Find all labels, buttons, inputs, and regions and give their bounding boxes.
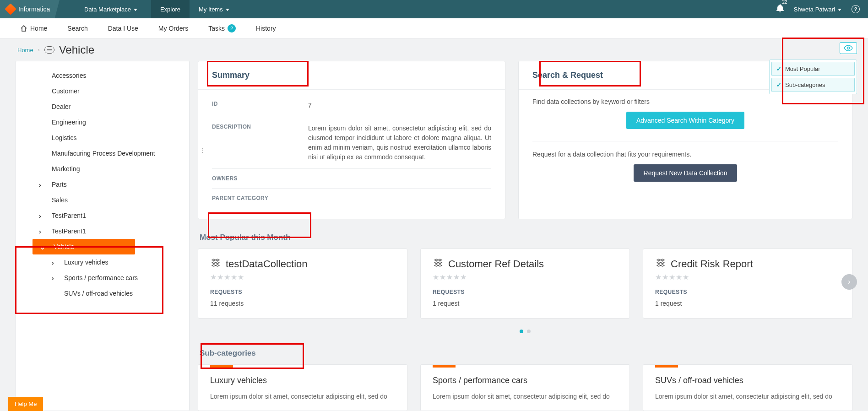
carousel-dots[interactable] (198, 327, 852, 335)
breadcrumb-home[interactable]: Home (17, 47, 33, 54)
breadcrumb: Home › Vehicle (0, 39, 868, 61)
toggle-sub-categories[interactable]: ✓Sub-categories (771, 78, 855, 92)
chevron-right-icon: › (39, 212, 41, 220)
find-text: Find data collections by keyword or filt… (532, 98, 838, 105)
rating-stars: ★★★★★ (210, 273, 395, 281)
sidebar-item-accessories[interactable]: Accessories (16, 68, 189, 83)
page-title: Vehicle (59, 43, 94, 56)
category-icon (44, 46, 54, 54)
subcategory-name: SUVs / off-road vehicles (655, 376, 840, 385)
sidebar-item-customer[interactable]: Customer (16, 83, 189, 99)
top-bar: Informatica Data Marketplace Explore My … (0, 0, 868, 18)
sidebar-item-sports[interactable]: ›Sports / performance cars (16, 270, 189, 286)
subcategory-desc: Lorem ipsum dolor sit amet, consectetur … (655, 392, 840, 401)
brand-name: Informatica (18, 5, 50, 13)
view-toggle-panel: ✓Most Popular ✓Sub-categories (769, 59, 857, 94)
chevron-right-icon: › (52, 275, 54, 282)
field-value-description: Lorem ipsum dolor sit amet, consectetur … (308, 124, 491, 162)
requests-value: 1 request (655, 300, 840, 307)
subnav-tasks[interactable]: Tasks 2 (208, 24, 236, 32)
subcategory-desc: Lorem ipsum dolor sit amet, consectetur … (210, 392, 395, 401)
subnav-search[interactable]: Search (67, 25, 87, 32)
chevron-right-icon: › (39, 228, 41, 235)
sidebar-item-luxury[interactable]: ›Luxury vehicles (16, 254, 189, 270)
summary-title: Summary (198, 61, 505, 90)
field-value-parent (308, 195, 491, 201)
sidebar-item-testparent1[interactable]: ›TestParent1 (16, 208, 189, 223)
subnav-my-orders[interactable]: My Orders (158, 25, 188, 32)
popular-tile[interactable]: Credit Risk Report ★★★★★ REQUESTS 1 requ… (643, 249, 852, 319)
svg-point-0 (847, 47, 850, 49)
chevron-right-icon: › (38, 47, 40, 53)
sidebar-item-vehicle[interactable]: ⌄Vehicle (33, 239, 135, 254)
notifications-button[interactable]: 22 (776, 4, 784, 14)
accent-bar (210, 365, 233, 368)
popular-tile[interactable]: Customer Ref Details ★★★★★ REQUESTS 1 re… (420, 249, 630, 319)
requests-value: 1 request (433, 300, 618, 307)
subcategory-tile[interactable]: SUVs / off-road vehicles Lorem ipsum dol… (643, 364, 852, 411)
subcategory-tile[interactable]: Luxury vehicles Lorem ipsum dolor sit am… (198, 364, 407, 411)
sidebar-item-suvs[interactable]: SUVs / off-road vehicles (16, 286, 189, 301)
carousel-next-button[interactable]: › (841, 274, 857, 290)
tasks-count-badge: 2 (228, 24, 236, 32)
sidebar-item-sales[interactable]: Sales (16, 192, 189, 208)
subcategory-name: Sports / performance cars (433, 376, 618, 385)
accent-bar (655, 365, 678, 368)
nav-data-marketplace[interactable]: Data Marketplace (84, 6, 137, 13)
brand-logo[interactable]: Informatica (0, 0, 60, 18)
subcategory-name: Luxury vehicles (210, 376, 395, 385)
subcategory-tile[interactable]: Sports / performance cars Lorem ipsum do… (420, 364, 630, 411)
collection-icon (655, 258, 665, 270)
sidebar-item-engineering[interactable]: Engineering (16, 114, 189, 130)
eye-icon (844, 45, 853, 51)
requests-label: REQUESTS (433, 289, 618, 295)
subcategories-section-title: Sub-categories (200, 349, 852, 358)
request-text: Request for a data collection that fits … (532, 151, 838, 158)
collection-icon (210, 258, 220, 270)
dot[interactable] (527, 330, 531, 333)
sidebar-item-dealer[interactable]: Dealer (16, 99, 189, 114)
subcategory-desc: Lorem ipsum dolor sit amet, consectetur … (433, 392, 618, 401)
home-icon (20, 25, 27, 32)
requests-label: REQUESTS (210, 289, 395, 295)
subnav-history[interactable]: History (256, 25, 276, 32)
content-area: Summary ID7 DESCRIPTIONLorem ipsum dolor… (198, 61, 852, 411)
check-icon: ✓ (776, 65, 781, 72)
sidebar-item-logistics[interactable]: Logistics (16, 130, 189, 146)
user-menu[interactable]: Shweta Patwari (794, 6, 841, 13)
caret-down-icon (134, 9, 137, 11)
help-me-button[interactable]: Help Me (8, 397, 43, 411)
subnav-home[interactable]: Home (20, 25, 47, 32)
nav-explore[interactable]: Explore (151, 0, 190, 18)
rating-stars: ★★★★★ (433, 273, 618, 281)
sidebar-item-testparent1b[interactable]: ›TestParent1 (16, 223, 189, 239)
field-label-description: DESCRIPTION (212, 124, 308, 162)
field-label-parent: PARENT CATEGORY (212, 195, 308, 201)
nav-my-items[interactable]: My Items (199, 6, 229, 13)
summary-card: Summary ID7 DESCRIPTIONLorem ipsum dolor… (198, 61, 505, 219)
resize-handle[interactable]: ⋮ (200, 146, 206, 154)
sidebar-item-manufacturing[interactable]: Manufacuring Process Development (16, 146, 189, 161)
advanced-search-button[interactable]: Advanced Search Within Category (626, 112, 744, 129)
sub-nav: Home Search Data I Use My Orders Tasks 2… (0, 18, 868, 39)
requests-value: 11 requests (210, 300, 395, 307)
view-toggle-button[interactable] (840, 42, 857, 54)
sidebar-item-marketing[interactable]: Marketing (16, 161, 189, 177)
subcategory-tiles: Luxury vehicles Lorem ipsum dolor sit am… (198, 364, 852, 411)
field-label-owners: OWNERS (212, 175, 308, 182)
dot-active[interactable] (520, 330, 523, 333)
requests-label: REQUESTS (655, 289, 840, 295)
help-button[interactable]: ? (852, 5, 860, 13)
chevron-right-icon: › (52, 259, 54, 266)
popular-section-title: Most Popular this Month (200, 233, 852, 242)
sidebar-item-parts[interactable]: ›Parts (16, 177, 189, 192)
subnav-data-i-use[interactable]: Data I Use (108, 25, 138, 32)
caret-down-icon (838, 9, 841, 11)
accent-bar (433, 365, 456, 368)
toggle-most-popular[interactable]: ✓Most Popular (771, 62, 855, 76)
category-sidebar: Accessories Customer Dealer Engineering … (16, 61, 190, 411)
collection-icon (433, 258, 443, 270)
request-collection-button[interactable]: Request New Data Collection (634, 164, 738, 182)
popular-tile[interactable]: testDataCollection ★★★★★ REQUESTS 11 req… (198, 249, 407, 319)
rating-stars: ★★★★★ (655, 273, 840, 281)
